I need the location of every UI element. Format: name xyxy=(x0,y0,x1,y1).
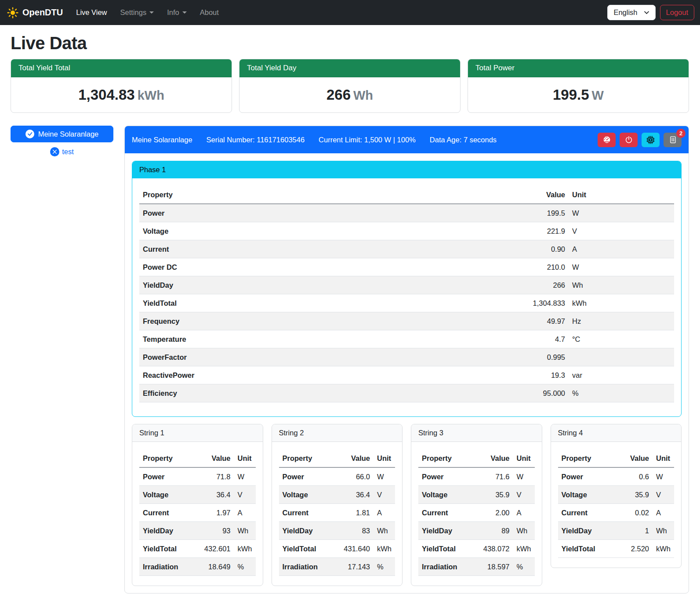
property-cell: Voltage xyxy=(418,486,476,504)
table-header-row: Property Value Unit xyxy=(139,186,674,204)
device-info-button[interactable] xyxy=(642,133,660,147)
string-card-body: Property Value Unit Power66.0WVoltage36.… xyxy=(272,442,403,586)
summary-card-title: Total Power xyxy=(468,59,689,77)
summary-card-body: 1,304.83kWh xyxy=(11,77,232,112)
value-column-header: Value xyxy=(197,449,234,467)
property-column-header: Property xyxy=(139,186,503,204)
value-cell: 17.143 xyxy=(336,558,374,576)
value-cell: 19.3 xyxy=(503,366,569,384)
value-column-header: Value xyxy=(615,449,653,467)
property-cell: Power xyxy=(418,467,476,486)
property-cell: Voltage xyxy=(139,222,503,240)
event-log-button[interactable]: 2 xyxy=(664,133,682,147)
property-cell: YieldTotal xyxy=(139,540,197,558)
value-cell: 18.649 xyxy=(197,558,234,576)
phase-card: Phase 1 Property Value Unit Power199.5WV… xyxy=(132,161,682,417)
summary-card-body: 199.5W xyxy=(468,77,689,112)
inverter-data-age: Data Age: 7 seconds xyxy=(430,136,497,144)
unit-cell: W xyxy=(569,204,674,222)
unit-cell: °C xyxy=(569,330,674,348)
nav-item-about[interactable]: About xyxy=(196,5,222,20)
unit-cell: Hz xyxy=(569,312,674,330)
unit-column-header: Unit xyxy=(653,449,674,467)
logout-button[interactable]: Logout xyxy=(660,5,694,20)
inverter-limit: Current Limit: 1,500 W | 100% xyxy=(319,136,416,144)
summary-cards-row: Total Yield Total 1,304.83kWh Total Yiel… xyxy=(11,59,689,113)
table-row: YieldDay1Wh xyxy=(558,522,675,540)
unit-column-header: Unit xyxy=(569,186,674,204)
property-cell: Current xyxy=(279,504,337,522)
limit-settings-button[interactable] xyxy=(598,133,616,147)
value-cell: 432.601 xyxy=(197,540,234,558)
unit-cell: W xyxy=(234,467,256,486)
value-cell: 95.000 xyxy=(503,384,569,402)
unit-cell: A xyxy=(374,504,395,522)
value-cell: 2.520 xyxy=(615,540,653,558)
power-toggle-button[interactable] xyxy=(620,133,638,147)
string-card-body: Property Value Unit Power71.8WVoltage36.… xyxy=(132,442,263,586)
unit-cell: W xyxy=(653,467,674,486)
value-cell: 199.5 xyxy=(503,204,569,222)
string-table: Property Value Unit Power66.0WVoltage36.… xyxy=(279,449,395,576)
unit-cell: % xyxy=(234,558,256,576)
brand[interactable]: OpenDTU xyxy=(7,7,63,18)
unit-cell: var xyxy=(569,366,674,384)
value-column-header: Value xyxy=(476,449,513,467)
string-table: Property Value Unit Power71.6WVoltage35.… xyxy=(418,449,535,576)
value-column-header: Value xyxy=(336,449,374,467)
inverter-item-test[interactable]: test xyxy=(11,147,113,156)
property-cell: YieldDay xyxy=(558,522,616,540)
unit-cell: W xyxy=(569,258,674,276)
unit-cell: V xyxy=(513,486,535,504)
inverter-panel-header: Meine Solaranlage Serial Number: 1161716… xyxy=(125,126,689,153)
nav-item-settings[interactable]: Settings xyxy=(117,5,158,20)
unit-cell: V xyxy=(234,486,256,504)
value-cell: 438.072 xyxy=(476,540,513,558)
string-card-title: String 4 xyxy=(551,424,682,442)
table-header-row: Property Value Unit xyxy=(279,449,395,467)
value-cell: 2.00 xyxy=(476,504,513,522)
property-cell: Irradiation xyxy=(418,558,476,576)
nav-item-live-view[interactable]: Live View xyxy=(73,5,110,20)
top-navbar: OpenDTU Live View Settings Info About En… xyxy=(0,0,700,25)
property-cell: Current xyxy=(418,504,476,522)
value-cell: 1.81 xyxy=(336,504,374,522)
value-cell: 71.8 xyxy=(197,467,234,486)
string-table-body: Power71.8WVoltage36.4VCurrent1.97AYieldD… xyxy=(139,467,256,576)
table-row: Power71.8W xyxy=(139,467,256,486)
unit-cell: kWh xyxy=(569,294,674,312)
value-cell: 4.7 xyxy=(503,330,569,348)
unit-cell: V xyxy=(653,486,674,504)
property-cell: YieldTotal xyxy=(279,540,337,558)
value-cell: 266 xyxy=(503,276,569,294)
phase-card-title: Phase 1 xyxy=(132,161,681,178)
table-row: Power DC210.0W xyxy=(139,258,674,276)
property-cell: YieldDay xyxy=(279,522,337,540)
unit-cell xyxy=(569,348,674,366)
nav-item-label: Live View xyxy=(76,8,107,17)
summary-card-title: Total Yield Day xyxy=(239,59,460,77)
table-row: Power71.6W xyxy=(418,467,535,486)
nav-item-info[interactable]: Info xyxy=(163,5,190,20)
table-row: Efficiency95.000% xyxy=(139,384,674,402)
table-row: Temperature4.7°C xyxy=(139,330,674,348)
table-row: YieldTotal432.601kWh xyxy=(139,540,256,558)
table-row: Irradiation18.597% xyxy=(418,558,535,576)
value-cell: 35.9 xyxy=(615,486,653,504)
table-row: YieldDay89Wh xyxy=(418,522,535,540)
unit-column-header: Unit xyxy=(513,449,535,467)
table-row: Voltage36.4V xyxy=(139,486,256,504)
property-cell: Current xyxy=(558,504,616,522)
table-row: Voltage35.9V xyxy=(418,486,535,504)
value-cell: 36.4 xyxy=(197,486,234,504)
unit-cell: V xyxy=(374,486,395,504)
inverter-item-label: Meine Solaranlage xyxy=(38,130,99,138)
unit-cell: V xyxy=(569,222,674,240)
value-cell: 49.97 xyxy=(503,312,569,330)
property-column-header: Property xyxy=(279,449,337,467)
string-table-body: Power0.6WVoltage35.9VCurrent0.02AYieldDa… xyxy=(558,467,675,558)
phase-card-body: Property Value Unit Power199.5WVoltage22… xyxy=(132,178,681,416)
inverter-item-selected[interactable]: Meine Solaranlage xyxy=(11,126,113,142)
unit-cell: A xyxy=(234,504,256,522)
language-select[interactable]: English xyxy=(607,5,655,20)
